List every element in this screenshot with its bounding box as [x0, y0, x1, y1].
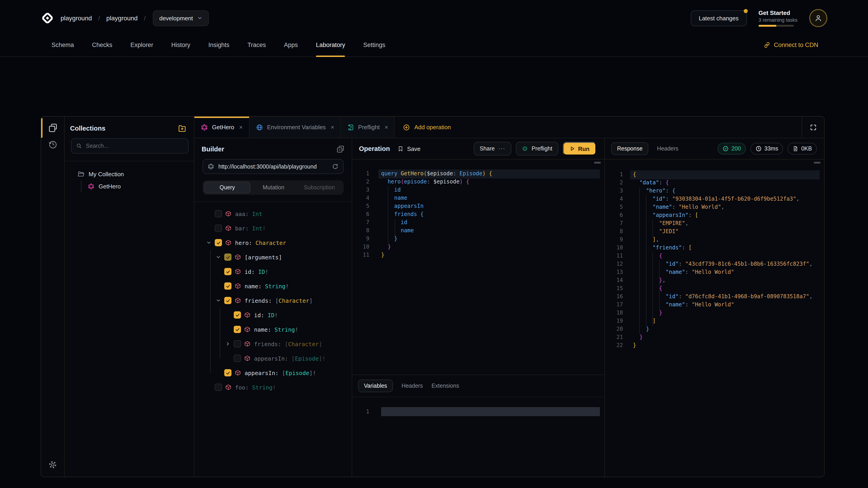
- field-checkbox[interactable]: [215, 384, 222, 391]
- tab-response[interactable]: Response: [611, 142, 649, 155]
- fullscreen-button[interactable]: [802, 117, 824, 138]
- add-operation-button[interactable]: Add operation: [395, 117, 459, 138]
- refresh-schema-button[interactable]: [332, 163, 339, 170]
- collection-folder[interactable]: My Collection: [65, 168, 194, 180]
- settings-rail-button[interactable]: [48, 460, 57, 469]
- response-editor[interactable]: 1{2 "data": {3 "hero": {4 "id": "9303830…: [605, 160, 824, 477]
- user-avatar[interactable]: [809, 9, 827, 27]
- field-row-arguments[interactable]: [arguments]: [194, 250, 352, 264]
- expand-toggle[interactable]: [215, 254, 221, 260]
- collections-rail-button[interactable]: [48, 123, 58, 133]
- breadcrumb-org[interactable]: playground: [61, 14, 92, 22]
- tab-variables[interactable]: Variables: [358, 380, 393, 392]
- expand-toggle[interactable]: [215, 297, 221, 304]
- field-row-friends[interactable]: friends: [Character]: [194, 337, 352, 351]
- field-checkbox[interactable]: [234, 340, 241, 348]
- field-row-appearsIn[interactable]: appearsIn: [Episode]!: [194, 365, 352, 380]
- field-checkbox[interactable]: [224, 297, 231, 304]
- environment-selector[interactable]: development: [153, 10, 209, 26]
- collections-panel: Collections Search... My Collection GetH…: [65, 117, 194, 477]
- copy-collapse-icon: [336, 145, 344, 153]
- field-row-foo[interactable]: foo: String!: [194, 380, 352, 394]
- expand-toggle[interactable]: [224, 340, 231, 347]
- save-button[interactable]: Save: [398, 145, 421, 152]
- field-row-friends[interactable]: friends: [Character]: [194, 293, 352, 308]
- field-label: id:: [254, 312, 264, 318]
- field-checkbox[interactable]: [224, 283, 231, 290]
- variables-editor[interactable]: 1: [352, 397, 604, 477]
- endpoint-url-input[interactable]: http://localhost:3000/api/lab/playground: [203, 159, 344, 174]
- nav-tab-traces[interactable]: Traces: [248, 33, 266, 57]
- nav-tab-schema[interactable]: Schema: [52, 33, 74, 57]
- chevron-down-icon[interactable]: [215, 254, 221, 260]
- field-row-aaa[interactable]: aaa: Int: [194, 206, 352, 221]
- code-line: hero(episode: $episode) {: [381, 178, 469, 185]
- tab-gethero[interactable]: GetHero×: [194, 117, 249, 138]
- collection-operation-gethero[interactable]: GetHero: [81, 180, 194, 193]
- field-checkbox[interactable]: [215, 239, 222, 246]
- nav-tab-history[interactable]: History: [171, 33, 190, 57]
- field-checkbox[interactable]: [234, 326, 241, 333]
- line-number: 1: [352, 170, 369, 177]
- tab-extensions[interactable]: Extensions: [432, 383, 459, 389]
- chevron-down-icon[interactable]: [215, 298, 221, 303]
- close-tab-icon[interactable]: ×: [331, 124, 334, 131]
- code-line: name: [381, 195, 407, 201]
- check-icon: [225, 255, 230, 260]
- field-row-name[interactable]: name: String!: [194, 279, 352, 293]
- run-button[interactable]: Run: [563, 142, 596, 156]
- field-row-id[interactable]: id: ID!: [194, 308, 352, 322]
- get-started-subtitle: 3 remaining tasks: [758, 17, 798, 23]
- op-type-query[interactable]: Query: [204, 182, 251, 193]
- close-tab-icon[interactable]: ×: [239, 124, 243, 131]
- collapse-builder-button[interactable]: [336, 145, 344, 153]
- field-row-id[interactable]: id: ID!: [194, 264, 352, 279]
- check-icon: [235, 313, 240, 318]
- tab-preflight[interactable]: Preflight×: [341, 117, 395, 138]
- new-collection-button[interactable]: [178, 124, 187, 133]
- get-started-widget[interactable]: Get Started 3 remaining tasks: [758, 9, 798, 27]
- close-tab-icon[interactable]: ×: [385, 124, 388, 131]
- expand-toggle[interactable]: [205, 239, 212, 246]
- tab-response-headers[interactable]: Headers: [657, 145, 679, 152]
- chevron-down-icon[interactable]: [206, 240, 211, 246]
- query-editor[interactable]: 1query GetHero($episode: Episode) {2 her…: [352, 160, 604, 375]
- connect-to-cdn-link[interactable]: Connect to CDN: [763, 41, 818, 48]
- history-rail-button[interactable]: [48, 139, 58, 149]
- field-row-hero[interactable]: hero: Character: [194, 235, 352, 250]
- field-checkbox[interactable]: [224, 369, 231, 377]
- breadcrumb-separator: /: [144, 14, 146, 22]
- plus-circle-icon: [403, 124, 410, 131]
- nav-tab-laboratory[interactable]: Laboratory: [316, 33, 345, 57]
- scrollbar-thumb[interactable]: [814, 162, 820, 164]
- tab-headers[interactable]: Headers: [401, 383, 423, 389]
- preflight-button[interactable]: Preflight: [516, 142, 558, 156]
- breadcrumb-project[interactable]: playground: [106, 14, 138, 22]
- variables-active-line: [381, 407, 600, 416]
- field-type: [Character]: [281, 340, 322, 347]
- field-row-bar[interactable]: bar: Int!: [194, 221, 352, 235]
- field-checkbox[interactable]: [234, 355, 241, 362]
- field-checkbox[interactable]: [215, 225, 222, 232]
- chevron-right-icon[interactable]: [225, 341, 230, 347]
- nav-tab-insights[interactable]: Insights: [209, 33, 229, 57]
- field-checkbox[interactable]: [224, 268, 231, 275]
- hive-logo[interactable]: [41, 11, 54, 25]
- nav-tab-explorer[interactable]: Explorer: [130, 33, 153, 57]
- nav-tab-checks[interactable]: Checks: [92, 33, 112, 57]
- collections-search-input[interactable]: Search...: [71, 138, 188, 154]
- tab-environment-variables[interactable]: Environment Variables×: [249, 117, 341, 138]
- share-button[interactable]: Share ···: [474, 142, 511, 156]
- field-row-name[interactable]: name: String!: [194, 322, 352, 337]
- op-type-subscription[interactable]: Subscription: [296, 182, 342, 193]
- nav-tab-settings[interactable]: Settings: [363, 33, 385, 57]
- latest-changes-button[interactable]: Latest changes: [690, 10, 747, 26]
- field-checkbox[interactable]: [215, 210, 222, 217]
- field-checkbox[interactable]: [224, 254, 231, 261]
- op-type-mutation[interactable]: Mutation: [251, 182, 297, 193]
- field-row-appearsIn[interactable]: appearsIn: [Episode]!: [194, 351, 352, 365]
- tree-guide: [220, 308, 220, 358]
- field-checkbox[interactable]: [234, 311, 241, 319]
- scrollbar-thumb[interactable]: [594, 162, 601, 164]
- nav-tab-apps[interactable]: Apps: [284, 33, 298, 57]
